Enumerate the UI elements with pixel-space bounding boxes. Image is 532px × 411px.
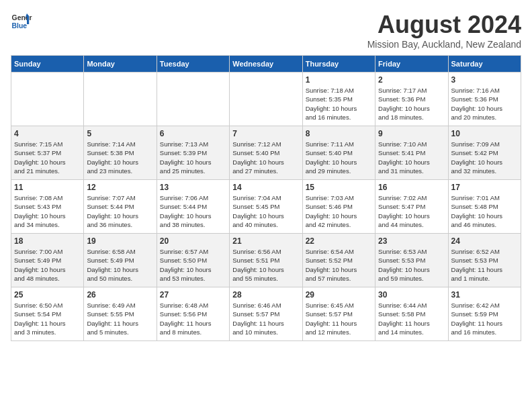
calendar-cell: 9Sunrise: 7:10 AM Sunset: 5:41 PM Daylig…	[375, 126, 448, 180]
day-number: 22	[306, 236, 372, 246]
weekday-header-row: SundayMondayTuesdayWednesdayThursdayFrid…	[11, 56, 521, 73]
day-info: Sunrise: 7:09 AM Sunset: 5:42 PM Dayligh…	[451, 140, 518, 175]
day-number: 9	[378, 129, 445, 138]
day-number: 14	[232, 183, 299, 192]
day-info: Sunrise: 7:17 AM Sunset: 5:36 PM Dayligh…	[378, 86, 445, 122]
calendar-cell: 20Sunrise: 6:57 AM Sunset: 5:50 PM Dayli…	[157, 234, 229, 287]
day-number: 2	[378, 75, 445, 85]
calendar-cell: 29Sunrise: 6:45 AM Sunset: 5:57 PM Dayli…	[302, 287, 375, 341]
month-title: August 2024	[367, 11, 521, 39]
calendar-cell: 18Sunrise: 7:00 AM Sunset: 5:49 PM Dayli…	[11, 234, 84, 287]
day-info: Sunrise: 7:03 AM Sunset: 5:46 PM Dayligh…	[306, 193, 372, 229]
calendar-cell: 27Sunrise: 6:48 AM Sunset: 5:56 PM Dayli…	[157, 287, 229, 341]
calendar-cell: 12Sunrise: 7:07 AM Sunset: 5:44 PM Dayli…	[84, 180, 157, 234]
calendar-week-row: 1Sunrise: 7:18 AM Sunset: 5:35 PM Daylig…	[11, 73, 521, 126]
day-number: 6	[160, 129, 226, 138]
page-header: General Blue August 2024 Mission Bay, Au…	[11, 11, 521, 50]
calendar-cell: 13Sunrise: 7:06 AM Sunset: 5:44 PM Dayli…	[157, 180, 229, 234]
day-info: Sunrise: 7:14 AM Sunset: 5:38 PM Dayligh…	[87, 140, 153, 175]
calendar-cell: 22Sunrise: 6:54 AM Sunset: 5:52 PM Dayli…	[302, 234, 375, 287]
day-info: Sunrise: 6:57 AM Sunset: 5:50 PM Dayligh…	[160, 247, 226, 283]
calendar-cell	[84, 73, 157, 126]
day-info: Sunrise: 7:10 AM Sunset: 5:41 PM Dayligh…	[378, 140, 445, 175]
location-title: Mission Bay, Auckland, New Zealand	[367, 39, 521, 50]
day-number: 4	[14, 129, 81, 138]
calendar-cell: 6Sunrise: 7:13 AM Sunset: 5:39 PM Daylig…	[157, 126, 229, 180]
calendar-cell: 2Sunrise: 7:17 AM Sunset: 5:36 PM Daylig…	[375, 73, 448, 126]
calendar-week-row: 4Sunrise: 7:15 AM Sunset: 5:37 PM Daylig…	[11, 126, 521, 180]
day-number: 3	[451, 75, 518, 85]
svg-text:General: General	[12, 14, 32, 21]
day-number: 30	[378, 290, 445, 300]
calendar-cell	[230, 73, 302, 126]
calendar-cell: 17Sunrise: 7:01 AM Sunset: 5:48 PM Dayli…	[448, 180, 521, 234]
day-info: Sunrise: 7:13 AM Sunset: 5:39 PM Dayligh…	[160, 140, 226, 175]
weekday-header: Sunday	[11, 56, 84, 73]
day-info: Sunrise: 6:42 AM Sunset: 5:59 PM Dayligh…	[451, 301, 518, 336]
day-info: Sunrise: 6:45 AM Sunset: 5:57 PM Dayligh…	[306, 301, 372, 336]
day-info: Sunrise: 7:02 AM Sunset: 5:47 PM Dayligh…	[378, 193, 445, 229]
day-number: 19	[87, 236, 153, 246]
calendar-cell	[11, 73, 84, 126]
calendar-cell: 10Sunrise: 7:09 AM Sunset: 5:42 PM Dayli…	[448, 126, 521, 180]
day-info: Sunrise: 7:06 AM Sunset: 5:44 PM Dayligh…	[160, 193, 226, 229]
day-info: Sunrise: 6:44 AM Sunset: 5:58 PM Dayligh…	[378, 301, 445, 336]
day-info: Sunrise: 7:15 AM Sunset: 5:37 PM Dayligh…	[14, 140, 81, 175]
day-number: 8	[306, 129, 372, 138]
day-number: 5	[87, 129, 153, 138]
day-info: Sunrise: 7:12 AM Sunset: 5:40 PM Dayligh…	[232, 140, 299, 175]
day-info: Sunrise: 6:46 AM Sunset: 5:57 PM Dayligh…	[232, 301, 299, 336]
day-number: 11	[14, 183, 81, 192]
logo-icon: General Blue	[11, 11, 32, 32]
day-number: 15	[306, 183, 372, 192]
weekday-header: Saturday	[448, 56, 521, 73]
weekday-header: Monday	[84, 56, 157, 73]
calendar-cell: 23Sunrise: 6:53 AM Sunset: 5:53 PM Dayli…	[375, 234, 448, 287]
day-number: 27	[160, 290, 226, 300]
calendar-cell: 5Sunrise: 7:14 AM Sunset: 5:38 PM Daylig…	[84, 126, 157, 180]
calendar-cell: 14Sunrise: 7:04 AM Sunset: 5:45 PM Dayli…	[230, 180, 302, 234]
calendar-cell: 30Sunrise: 6:44 AM Sunset: 5:58 PM Dayli…	[375, 287, 448, 341]
day-info: Sunrise: 7:07 AM Sunset: 5:44 PM Dayligh…	[87, 193, 153, 229]
day-info: Sunrise: 7:00 AM Sunset: 5:49 PM Dayligh…	[14, 247, 81, 283]
calendar-cell: 7Sunrise: 7:12 AM Sunset: 5:40 PM Daylig…	[230, 126, 302, 180]
day-number: 7	[232, 129, 299, 138]
calendar-cell: 8Sunrise: 7:11 AM Sunset: 5:40 PM Daylig…	[302, 126, 375, 180]
day-number: 17	[451, 183, 518, 192]
day-info: Sunrise: 6:48 AM Sunset: 5:56 PM Dayligh…	[160, 301, 226, 336]
day-info: Sunrise: 6:56 AM Sunset: 5:51 PM Dayligh…	[232, 247, 299, 283]
calendar-cell	[157, 73, 229, 126]
day-number: 26	[87, 290, 153, 300]
calendar-cell: 1Sunrise: 7:18 AM Sunset: 5:35 PM Daylig…	[302, 73, 375, 126]
day-number: 13	[160, 183, 226, 192]
day-number: 12	[87, 183, 153, 192]
day-number: 24	[451, 236, 518, 246]
calendar-cell: 24Sunrise: 6:52 AM Sunset: 5:53 PM Dayli…	[448, 234, 521, 287]
day-number: 23	[378, 236, 445, 246]
weekday-header: Tuesday	[157, 56, 229, 73]
day-info: Sunrise: 6:58 AM Sunset: 5:49 PM Dayligh…	[87, 247, 153, 283]
logo: General Blue	[11, 11, 32, 32]
day-number: 25	[14, 290, 81, 300]
calendar-cell: 11Sunrise: 7:08 AM Sunset: 5:43 PM Dayli…	[11, 180, 84, 234]
day-number: 28	[232, 290, 299, 300]
calendar-table: SundayMondayTuesdayWednesdayThursdayFrid…	[11, 55, 521, 341]
calendar-cell: 28Sunrise: 6:46 AM Sunset: 5:57 PM Dayli…	[230, 287, 302, 341]
calendar-week-row: 11Sunrise: 7:08 AM Sunset: 5:43 PM Dayli…	[11, 180, 521, 234]
day-number: 1	[306, 75, 372, 85]
calendar-cell: 16Sunrise: 7:02 AM Sunset: 5:47 PM Dayli…	[375, 180, 448, 234]
day-number: 10	[451, 129, 518, 138]
calendar-cell: 21Sunrise: 6:56 AM Sunset: 5:51 PM Dayli…	[230, 234, 302, 287]
calendar-cell: 31Sunrise: 6:42 AM Sunset: 5:59 PM Dayli…	[448, 287, 521, 341]
calendar-cell: 26Sunrise: 6:49 AM Sunset: 5:55 PM Dayli…	[84, 287, 157, 341]
calendar-cell: 4Sunrise: 7:15 AM Sunset: 5:37 PM Daylig…	[11, 126, 84, 180]
day-info: Sunrise: 7:18 AM Sunset: 5:35 PM Dayligh…	[306, 86, 372, 122]
day-number: 18	[14, 236, 81, 246]
calendar-week-row: 18Sunrise: 7:00 AM Sunset: 5:49 PM Dayli…	[11, 234, 521, 287]
day-info: Sunrise: 7:16 AM Sunset: 5:36 PM Dayligh…	[451, 86, 518, 122]
day-info: Sunrise: 7:11 AM Sunset: 5:40 PM Dayligh…	[306, 140, 372, 175]
calendar-cell: 19Sunrise: 6:58 AM Sunset: 5:49 PM Dayli…	[84, 234, 157, 287]
day-info: Sunrise: 6:50 AM Sunset: 5:54 PM Dayligh…	[14, 301, 81, 336]
calendar-week-row: 25Sunrise: 6:50 AM Sunset: 5:54 PM Dayli…	[11, 287, 521, 341]
title-section: August 2024 Mission Bay, Auckland, New Z…	[367, 11, 521, 50]
